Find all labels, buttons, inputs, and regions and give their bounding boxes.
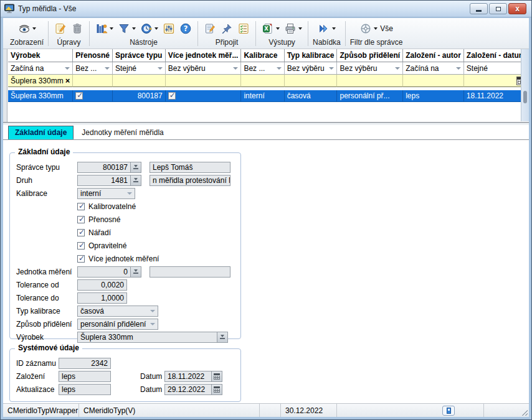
zalozeni-author-field: leps [59,371,111,382]
filter-button[interactable] [116,21,137,36]
checklist-button[interactable] [236,21,251,36]
dropdown-caret-icon [276,27,280,30]
datum-label: Datum [140,385,164,394]
column-header[interactable]: Přenosné [73,49,113,62]
status-cell-3: 30.12.2022 [281,404,337,417]
lookup-arrow-icon [221,335,224,337]
resize-grip[interactable] [519,404,529,417]
search-cell[interactable] [403,75,464,87]
checkbox-row[interactable]: Kalibrovatelné [77,200,240,213]
status-button[interactable] [442,406,455,416]
toolbar: ZobrazeníÚpravy?NástrojePřipojitXVýstupy… [3,18,529,49]
search-cell[interactable] [113,75,166,87]
filter-dropdown[interactable]: Stejné [113,62,166,75]
checkbox-checked-icon[interactable] [77,242,85,250]
search-value: Šuplera 330mm [11,77,64,85]
checkbox-row[interactable]: Více jednotek měření [77,252,240,265]
zpusob-prideleni-combobox[interactable]: personální přidělení [77,319,158,330]
column-header[interactable]: Typ kalibrace [285,49,338,62]
restore-button[interactable] [489,3,507,14]
checkbox-checked-icon[interactable] [77,216,85,223]
column-header[interactable]: Více jednotek měř... [166,49,242,62]
vyrobek-field[interactable]: Šuplera 330mm [77,332,217,343]
vyrobek-lookup-button[interactable] [217,332,228,343]
print-icon [284,22,297,35]
cell: 800187 [113,90,166,102]
delete-button[interactable] [70,21,85,36]
field-row-zalozeni: Založení leps Datum 18.11.2022 [16,370,240,383]
checkbox-checked-icon[interactable] [77,255,85,263]
search-cell[interactable]: Šuplera 330mm× [8,75,73,87]
cell: leps [403,90,464,102]
close-button[interactable]: x [508,3,526,14]
tolerance-do-field[interactable]: 1,0000 [77,292,127,304]
search-cell[interactable] [166,75,242,87]
edit-icon [54,22,67,35]
column-header[interactable]: Založení - autor [403,49,464,62]
search-cell[interactable] [241,75,284,87]
checkbox-row[interactable]: Nářadí [77,226,240,239]
excel-export-button[interactable]: X [260,21,281,36]
data-tools-button[interactable] [94,21,115,36]
settings-icon [163,22,175,35]
lookup-arrow-icon [134,165,138,167]
view-button[interactable] [17,21,37,36]
column-header[interactable]: Založení - datum [464,49,529,62]
chevron-down-icon [158,67,163,70]
edit-button[interactable] [53,21,68,36]
search-cell[interactable] [464,75,529,87]
checkbox-row[interactable]: Přenosné [77,213,240,226]
field-row-tolerance-od: Tolerance od 0,0020 [16,278,240,291]
filter-dropdown[interactable]: Začíná na [403,62,464,75]
manager-filter-button[interactable]: Vše [358,21,394,36]
toolbar-group-label: Filtr dle správce [350,37,403,47]
druh-field[interactable]: 1481 [77,175,131,186]
checkbox-checked-icon[interactable] [77,203,85,210]
jednotka-mereni-lookup-button[interactable] [131,266,141,278]
refresh-button[interactable] [139,21,159,36]
filter-dropdown[interactable]: Bez výběru [166,62,242,75]
tolerance-od-field[interactable]: 0,0020 [77,279,127,291]
grid-scrollbar-thumb[interactable] [523,91,527,103]
menu-button[interactable] [316,21,337,36]
search-cell[interactable] [285,75,338,87]
column-header[interactable]: Způsob přidělení [337,49,403,62]
svg-text:X: X [264,26,268,32]
column-header[interactable]: Výrobek [8,49,73,62]
filter-dropdown[interactable]: Začíná na [8,62,73,75]
toolbar-group: ?Nástroje [90,19,197,49]
jednotka-mereni-field[interactable]: 0 [77,266,131,278]
filter-dropdown[interactable]: Bez ... [73,62,113,75]
druh-lookup-button[interactable] [131,175,141,186]
filter-dropdown[interactable]: Bez ... [241,62,284,75]
grid-vertical-scrollbar[interactable] [521,49,529,121]
checkbox-checked-icon[interactable] [77,229,85,236]
tab-zakladni-udaje[interactable]: Základní údaje [8,126,74,139]
search-cell[interactable] [337,75,403,87]
filter-dropdown[interactable]: Bez výběru [337,62,403,75]
search-cell[interactable] [73,75,113,87]
toolbar-group-label: Výstupy [268,37,295,47]
typ-kalibrace-combobox[interactable]: časová [77,306,158,317]
checkbox-row[interactable]: Opravitelné [77,239,240,252]
print-button[interactable] [283,21,303,36]
pin-button[interactable] [219,21,234,36]
filter-dropdown[interactable]: Bez výběru [285,62,338,75]
aktualizace-calendar-button[interactable] [212,384,222,395]
column-header[interactable]: Kalibrace [241,49,284,62]
help-button[interactable]: ? [178,21,193,36]
clear-search-icon[interactable]: × [65,77,70,85]
zalozeni-calendar-button[interactable] [212,371,222,382]
settings-button[interactable] [161,21,176,36]
spravce-typu-field[interactable]: 800187 [77,162,131,173]
filter-dropdown[interactable]: Stejné [464,62,529,75]
table-row-selected[interactable]: Šuplera 330mm800187interníčasovápersonál… [8,90,529,102]
attach-note-button[interactable] [202,21,217,36]
column-header[interactable]: Správce typu [113,49,166,62]
spravce-typu-lookup-button[interactable] [131,162,141,173]
minimize-button[interactable] [470,3,488,14]
field-label: Druh [16,176,77,185]
chevron-down-icon [329,67,334,70]
tab-jednotky-mereni[interactable]: Jednotky měření měřidla [75,126,170,139]
kalibrace-combobox[interactable]: interní [77,188,135,199]
